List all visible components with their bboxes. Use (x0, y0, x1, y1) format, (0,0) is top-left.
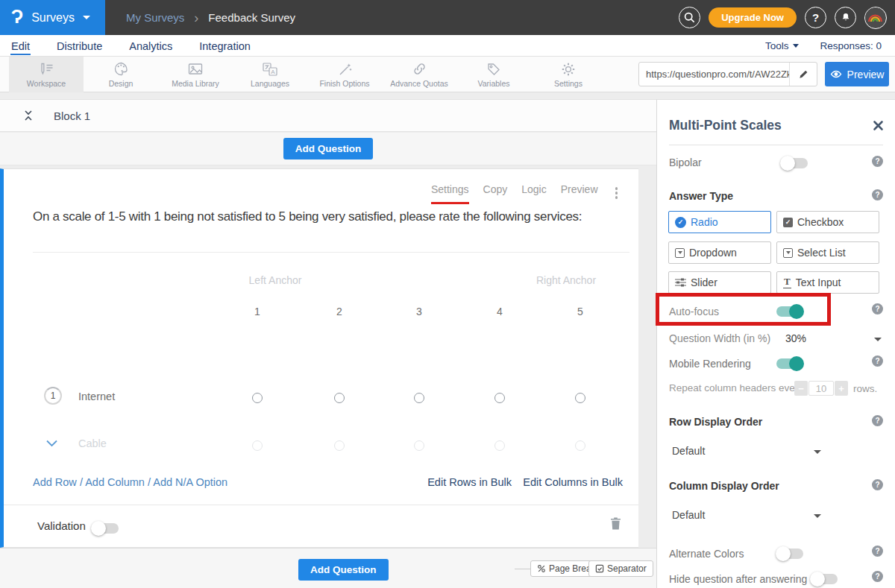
row-drag-handle[interactable]: 1 (44, 387, 62, 405)
validation-label: Validation (37, 519, 86, 532)
stepper-plus-button[interactable]: + (835, 381, 848, 396)
question-more-menu-icon[interactable] (612, 185, 621, 201)
add-question-button-top[interactable]: Add Question (283, 138, 374, 159)
question-tab-settings[interactable]: Settings (431, 183, 469, 204)
product-switcher[interactable]: Ɂ Surveys (0, 0, 105, 35)
column-header-5[interactable]: 5 (565, 306, 595, 317)
row-label-internet[interactable]: Internet (78, 391, 115, 402)
row-order-caret-icon[interactable] (814, 450, 821, 454)
breadcrumb-my-surveys[interactable]: My Surveys (126, 11, 184, 24)
column-header-3[interactable]: 3 (404, 306, 434, 317)
answer-type-select-list[interactable]: Select List (776, 241, 879, 264)
mobile-rendering-label: Mobile Rendering (669, 358, 751, 370)
alternate-colors-help-icon[interactable]: ? (872, 546, 883, 557)
separator-button[interactable]: Separator (588, 560, 653, 577)
answer-type-dropdown[interactable]: Dropdown (668, 241, 771, 264)
bipolar-help-icon[interactable]: ? (872, 156, 883, 167)
column-header-1[interactable]: 1 (242, 306, 272, 317)
delete-question-button[interactable] (609, 516, 622, 534)
repeat-rows-input[interactable] (808, 381, 834, 396)
chevron-down-icon (45, 439, 58, 448)
answer-type-radio[interactable]: ✓ Radio (668, 211, 771, 233)
edit-columns-bulk-link[interactable]: Edit Columns in Bulk (523, 476, 623, 488)
upgrade-now-button[interactable]: Upgrade Now (709, 7, 797, 28)
add-na-option-link[interactable]: Add N/A Option (153, 476, 227, 488)
dropdown-icon (675, 248, 685, 258)
answer-type-checkbox[interactable]: ✓ Checkbox (776, 211, 879, 233)
question-width-value[interactable]: 30% (785, 332, 806, 344)
row-display-order-select[interactable]: Default (672, 445, 705, 457)
radio-cable-2[interactable] (334, 440, 345, 451)
stepper-minus-button[interactable]: − (794, 381, 808, 396)
question-tab-logic[interactable]: Logic (521, 183, 546, 204)
right-anchor-label[interactable]: Right Anchor (514, 274, 618, 286)
block-title[interactable]: Block 1 (54, 110, 90, 122)
alternate-colors-toggle[interactable] (776, 549, 803, 559)
preview-button[interactable]: Preview (825, 62, 889, 86)
tab-integration[interactable]: Integration (198, 37, 251, 55)
tab-edit[interactable]: Edit (10, 37, 31, 55)
radio-cable-3[interactable] (414, 440, 424, 451)
auto-focus-help-icon[interactable]: ? (872, 303, 883, 314)
question-width-caret-icon[interactable] (874, 338, 882, 341)
column-display-order-help-icon[interactable]: ? (872, 479, 883, 490)
collapse-block-button[interactable] (22, 109, 34, 122)
auto-focus-toggle[interactable] (776, 306, 803, 317)
bipolar-toggle[interactable] (781, 158, 808, 168)
survey-url-input[interactable] (639, 63, 789, 86)
radio-cable-1[interactable] (252, 440, 263, 451)
column-header-4[interactable]: 4 (485, 306, 515, 317)
radio-cable-5[interactable] (575, 440, 585, 451)
row-column-links: Add Row / Add Column / Add N/A Option (33, 476, 227, 488)
toolbar-item-variables[interactable]: Variables (456, 57, 531, 92)
toolbar-item-workspace[interactable]: Workspace (9, 57, 84, 92)
close-sidebar-button[interactable] (873, 120, 884, 134)
row-label-cable[interactable]: Cable (78, 437, 107, 449)
validation-toggle[interactable] (92, 523, 119, 534)
left-anchor-label[interactable]: Left Anchor (223, 274, 327, 286)
toolbar-item-settings[interactable]: Settings (531, 57, 606, 92)
question-text[interactable]: On a scale of 1-5 with 1 being not satis… (33, 206, 629, 227)
radio-internet-4[interactable] (494, 393, 505, 403)
help-button[interactable]: ? (805, 7, 826, 28)
toolbar-item-advance-quotas[interactable]: Advance Quotas (382, 57, 456, 92)
toolbar-item-media-library[interactable]: Media Library (158, 57, 233, 92)
search-button[interactable] (679, 7, 700, 28)
question-tab-preview[interactable]: Preview (561, 183, 598, 204)
column-order-caret-icon[interactable] (814, 514, 821, 518)
radio-internet-5[interactable] (575, 393, 585, 403)
add-column-link[interactable]: Add Column (85, 476, 145, 488)
hide-after-answering-help-icon[interactable]: ? (872, 571, 883, 582)
responses-count[interactable]: Responses: 0 (820, 40, 882, 51)
tab-distribute[interactable]: Distribute (56, 37, 103, 55)
radio-internet-1[interactable] (252, 393, 263, 403)
column-header-2[interactable]: 2 (324, 306, 354, 317)
mobile-rendering-toggle[interactable] (776, 358, 803, 369)
edit-rows-bulk-link[interactable]: Edit Rows in Bulk (427, 476, 512, 488)
mobile-rendering-help-icon[interactable]: ? (872, 355, 883, 367)
separator-icon (595, 564, 604, 573)
toolbar-item-design[interactable]: Design (84, 57, 158, 92)
tab-analytics[interactable]: Analytics (128, 37, 173, 55)
trash-icon (609, 516, 622, 531)
answer-type-help-icon[interactable]: ? (872, 189, 883, 200)
row-display-order-help-icon[interactable]: ? (872, 415, 883, 426)
add-question-button-bottom[interactable]: Add Question (298, 559, 389, 581)
question-tab-copy[interactable]: Copy (483, 183, 508, 204)
toolbar-item-finish-options[interactable]: Finish Options (307, 57, 382, 92)
user-avatar[interactable] (864, 7, 887, 29)
radio-internet-2[interactable] (334, 393, 345, 403)
hide-after-answering-toggle[interactable] (811, 574, 838, 584)
answer-type-text-input[interactable]: T Text Input (776, 271, 879, 294)
notifications-button[interactable] (835, 7, 856, 28)
answer-type-slider[interactable]: Slider (668, 271, 771, 294)
radio-cable-4[interactable] (494, 440, 505, 451)
add-row-link[interactable]: Add Row (33, 476, 77, 488)
radio-internet-3[interactable] (414, 393, 424, 403)
edit-url-button[interactable] (789, 63, 817, 86)
tools-menu[interactable]: Tools (765, 40, 800, 51)
pencil-icon (798, 69, 809, 80)
toolbar-item-languages[interactable]: A Languages (233, 57, 307, 92)
row-expand-button[interactable] (45, 437, 58, 451)
column-display-order-select[interactable]: Default (672, 509, 705, 521)
